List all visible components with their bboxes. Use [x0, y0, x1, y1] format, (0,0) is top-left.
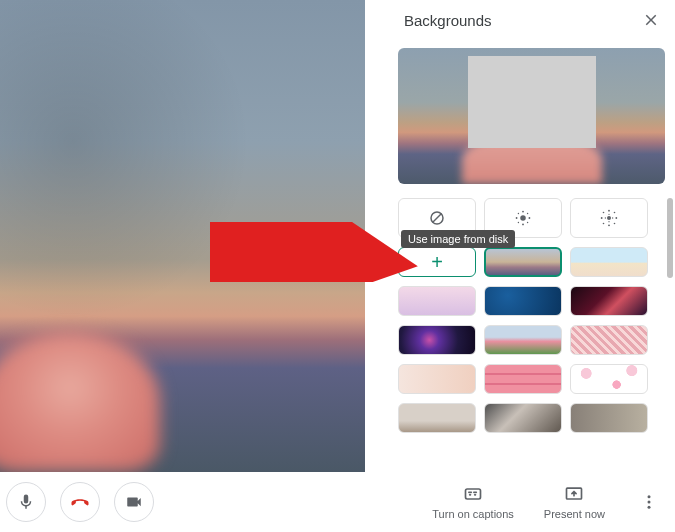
bg-option-room-gallery[interactable] [398, 403, 476, 433]
present-label: Present now [544, 508, 605, 520]
bg-option-pink-pattern[interactable] [484, 364, 562, 394]
svg-point-12 [608, 210, 610, 212]
svg-point-28 [648, 501, 651, 504]
svg-point-7 [518, 213, 519, 214]
bg-option-soft-pastel[interactable] [398, 364, 476, 394]
svg-point-2 [520, 215, 526, 221]
bg-option-beach[interactable] [570, 247, 648, 277]
svg-point-20 [608, 214, 609, 215]
mic-button[interactable] [6, 482, 46, 522]
captions-button[interactable]: Turn on captions [432, 484, 514, 520]
svg-point-11 [607, 216, 611, 220]
svg-point-6 [529, 217, 531, 219]
background-preview [398, 48, 665, 184]
annotation-arrow [210, 222, 430, 282]
svg-point-16 [603, 212, 605, 214]
svg-point-18 [603, 223, 605, 225]
camera-button[interactable] [114, 482, 154, 522]
svg-line-24 [215, 240, 400, 264]
svg-point-10 [527, 222, 528, 223]
svg-point-15 [615, 217, 617, 219]
svg-point-5 [516, 217, 518, 219]
svg-point-21 [608, 221, 609, 222]
bg-option-fireworks[interactable] [398, 325, 476, 355]
svg-point-17 [614, 212, 616, 214]
svg-point-27 [648, 495, 651, 498]
svg-point-23 [612, 217, 613, 218]
upload-tooltip: Use image from disk [401, 230, 515, 248]
panel-title: Backgrounds [404, 12, 492, 29]
bg-option-room-light[interactable] [484, 403, 562, 433]
bg-option-cherry-blossom[interactable] [570, 325, 648, 355]
bottom-bar: Turn on captions Present now [0, 472, 675, 532]
svg-point-14 [601, 217, 603, 219]
bg-option-nebula[interactable] [570, 286, 648, 316]
svg-point-8 [527, 213, 528, 214]
svg-point-22 [605, 217, 606, 218]
plus-icon: + [431, 251, 443, 274]
svg-point-19 [614, 223, 616, 225]
bg-option-pink-clouds[interactable] [398, 286, 476, 316]
more-options-button[interactable] [635, 488, 663, 516]
present-button[interactable]: Present now [544, 484, 605, 520]
bg-option-petals[interactable] [570, 364, 648, 394]
bg-option-spring-flowers[interactable] [484, 325, 562, 355]
close-icon[interactable] [639, 8, 663, 32]
svg-point-13 [608, 224, 610, 226]
captions-label: Turn on captions [432, 508, 514, 520]
leave-call-button[interactable] [60, 482, 100, 522]
svg-line-1 [433, 214, 442, 223]
backgrounds-scrollbar[interactable] [667, 198, 673, 278]
svg-point-4 [522, 224, 524, 226]
svg-point-3 [522, 211, 524, 213]
svg-point-29 [648, 506, 651, 509]
svg-rect-25 [466, 489, 481, 499]
bg-option-ocean-water[interactable] [484, 286, 562, 316]
bg-option-sunset[interactable] [484, 247, 562, 277]
bg-option-room-office[interactable] [570, 403, 648, 433]
svg-point-9 [518, 222, 519, 223]
effect-blur-heavy-button[interactable] [570, 198, 648, 238]
